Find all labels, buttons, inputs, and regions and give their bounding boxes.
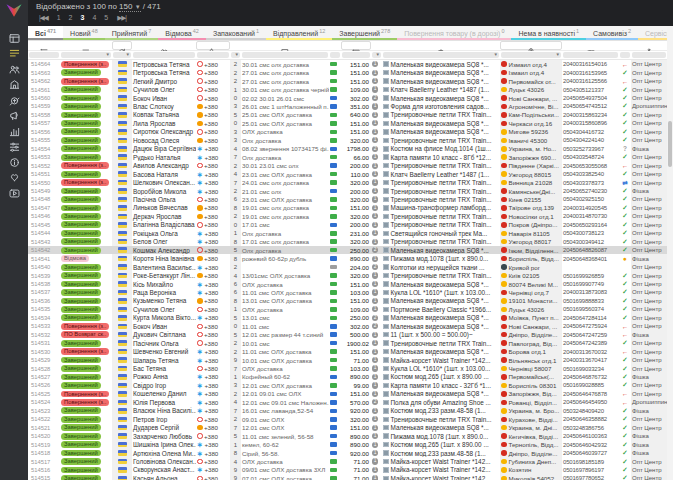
column-header-country[interactable]: [112, 41, 132, 50]
column-header-city[interactable]: [500, 41, 562, 50]
table-row[interactable]: 514553ЗавершенийРудько Наталья∗+3807Олх …: [28, 153, 673, 161]
table-row[interactable]: 514519ЗавершенийШишкіна Ірина Олек...∗+3…: [28, 440, 673, 448]
table-row[interactable]: 514549ЗавершенийВоробйов Микола∗+380221.…: [28, 187, 673, 195]
table-row[interactable]: 514522ЗавершенийПетров Ігор+380209.01 см…: [28, 415, 673, 423]
table-row[interactable]: 514560ЗавершенийБокоч Иван+380002.02 30.…: [28, 94, 673, 102]
table-row[interactable]: 514537ЗавершенийРаца Вероніка∗+380611.01…: [28, 288, 673, 296]
filter-amount[interactable]: [342, 52, 370, 58]
column-header-comment[interactable]: [241, 41, 329, 50]
table-row[interactable]: 514526ЗавершенийСвідро Ігор∗+380312.01 с…: [28, 381, 673, 389]
table-row[interactable]: 514561ЗавершенийСучилов Олег+380130.01 с…: [28, 85, 673, 93]
table-row[interactable]: 514557ЗавершенийЛила Ярослав+380025.01 с…: [28, 119, 673, 127]
sidebar-item-company[interactable]: [3, 78, 25, 94]
first-page-button[interactable]: |◀◀: [36, 12, 51, 23]
filter-ttn[interactable]: [563, 52, 618, 58]
table-row[interactable]: 514550Повернення (з..Шелкович Олексан...…: [28, 178, 673, 186]
table-row[interactable]: 514545ЗавершенийБлагінна Владіслава+3800…: [28, 221, 673, 229]
table-row[interactable]: 514563ЗавершенийПетровська Тетяна+380227…: [28, 68, 673, 76]
app-logo-icon[interactable]: [5, 3, 23, 22]
column-header-items[interactable]: [371, 41, 382, 50]
table-row[interactable]: 514540ЗавершенийВалентина Васильє...∗+38…: [28, 263, 673, 271]
page-button-5[interactable]: 5: [100, 14, 112, 21]
table-row[interactable]: 514556ЗавершенийСиротюк Олександр+3803ОЛ…: [28, 128, 673, 136]
page-button-4[interactable]: 4: [88, 14, 100, 21]
sidebar-item-tutorials[interactable]: [3, 186, 25, 202]
table-row[interactable]: 514538ЗавершенийКісь Михайло∗+3806ОЛХ до…: [28, 280, 673, 288]
per-page-dropdown[interactable]: 150 ▼: [119, 2, 141, 12]
table-row[interactable]: 514544ЗавершенийРокіцька Ольга∗+3801Олх …: [28, 229, 673, 237]
table-row[interactable]: 514548ЗавершенийПасічна Ольга+380623.01 …: [28, 195, 673, 203]
table-row[interactable]: 514534ЗавершенийКурта Микола Вікто...∗+3…: [28, 314, 673, 322]
table-row[interactable]: 514531ЗавершенийПасічник Ольга+380210.01…: [28, 339, 673, 347]
table-row[interactable]: 514562Повернення (з..Легкий Дмитро+38022…: [28, 77, 673, 85]
table-row[interactable]: 514529ЗавершенийШапарь Тетяна∗+380910.01…: [28, 356, 673, 364]
filter-comment[interactable]: [242, 52, 328, 58]
column-header-messages[interactable]: [230, 41, 241, 50]
table-row[interactable]: 514527ЗавершенийРожко Анна∗+3801Кофейный…: [28, 373, 673, 381]
table-row[interactable]: 514518ЗавершенийАртюхіна Олена Ми...∗+38…: [28, 449, 673, 457]
table-row[interactable]: 514523ЗавершенийВласюк Ніна Василі...∗+3…: [28, 407, 673, 415]
table-row[interactable]: 514528ЗавершенийБас Тетяна+3807ОЛХ доста…: [28, 364, 673, 372]
tab-Завершений[interactable]: Завершений278: [332, 26, 397, 40]
filter-customer[interactable]: [133, 52, 195, 58]
table-row[interactable]: 514533Повернення (з..Бокоч Иван+380011.0…: [28, 322, 673, 330]
column-header-customer[interactable]: [132, 41, 196, 50]
table-row[interactable]: 514552Повернення (з..Авилов Александр+38…: [28, 161, 673, 169]
page-button-3[interactable]: 3: [77, 14, 89, 21]
table-row[interactable]: 514546ЗавершенийДеркач Ярослав+380219.01…: [28, 212, 673, 220]
column-header-source[interactable]: [631, 41, 667, 50]
sidebar-item-dashboard[interactable]: [3, 31, 25, 47]
table-row[interactable]: 514539ЗавершенийРоке-Бетанкурт Лін...+38…: [28, 271, 673, 279]
tab-Новий[interactable]: Новий48: [63, 26, 105, 40]
vertical-scrollbar[interactable]: [667, 26, 673, 480]
table-row[interactable]: 514536ЗавершенийКузьменко Тетяна+380813.…: [28, 297, 673, 305]
table-row[interactable]: 514558ЗавершенийКовпак Татьяна+380525.01…: [28, 111, 673, 119]
column-header-amount[interactable]: [341, 41, 371, 50]
tab-Самовивіз[interactable]: Самовивіз2: [586, 26, 638, 40]
table-row[interactable]: 514515ЗавершенийКасьян Альона+380907.01 …: [28, 474, 673, 480]
sidebar-item-support[interactable]: [3, 171, 25, 187]
table-row[interactable]: 514559ЗавершенийВлас Слоткоу+380326.01 с…: [28, 102, 673, 110]
table-row[interactable]: 514554ЗавершенийДацюк Віра Сергіївна∗+38…: [28, 145, 673, 153]
tab-Запакований[interactable]: Запакований1: [206, 26, 266, 40]
column-header-status[interactable]: [60, 41, 112, 50]
sidebar-item-settings[interactable]: [3, 140, 25, 156]
last-page-button[interactable]: ▶▶|: [114, 12, 129, 23]
table-row[interactable]: 514542ЗавершенийКошмак Александр+3805Олх…: [28, 246, 673, 254]
filter-items[interactable]: ▼: [372, 52, 381, 58]
column-header-ttn[interactable]: [562, 41, 619, 50]
table-row[interactable]: 514555ЗавершенийНовосад Олеся+3803Олх до…: [28, 136, 673, 144]
column-header-product[interactable]: [382, 41, 500, 50]
table-row[interactable]: 514551ЗавершенийБасова Наталя∗+380423.01…: [28, 170, 673, 178]
sidebar-item-clients[interactable]: [3, 62, 25, 78]
sidebar-item-statistics[interactable]: [3, 124, 25, 140]
filter-phone[interactable]: [197, 52, 229, 58]
sidebar-item-orders[interactable]: [3, 47, 25, 63]
tab-Відправлений[interactable]: Відправлений12: [266, 26, 332, 40]
table-row[interactable]: 514532ПО Возврат ск..Дукович Світлана+38…: [28, 331, 673, 339]
tab-Відмова[interactable]: Відмова42: [158, 26, 206, 40]
table-row[interactable]: 514543ЗавершенийБелов Олег∗+380817.01 см…: [28, 238, 673, 246]
filter-source[interactable]: [632, 52, 666, 58]
tab-Повернення товару (в дорозі)[interactable]: Повернення товару (в дорозі)0: [397, 26, 511, 40]
table-row[interactable]: 514517ЗавершенийГоловінова Олексан...+38…: [28, 457, 673, 465]
filter-payment[interactable]: [330, 52, 340, 58]
page-button-1[interactable]: 1: [53, 14, 65, 21]
tab-Всі[interactable]: Всі471: [28, 26, 63, 40]
tab-Прийнятий[interactable]: Прийнятий7: [105, 26, 159, 40]
table-row[interactable]: 514521ЗавершенийДударев Сергій+380712.01…: [28, 423, 673, 431]
filter-country[interactable]: ▼: [113, 52, 131, 58]
filter-id[interactable]: [29, 52, 59, 58]
sidebar-item-info[interactable]: [3, 155, 25, 171]
table-row[interactable]: 514524Повернення (з..Юлія Первова∗+38041…: [28, 398, 673, 406]
filter-product[interactable]: ▼: [383, 52, 499, 58]
scrollbar-thumb[interactable]: [668, 121, 672, 166]
table-row[interactable]: 514520ЗавершенийЗахарченко Любовь+380511…: [28, 432, 673, 440]
column-header-id[interactable]: [28, 41, 60, 50]
filter-messages[interactable]: ▼: [231, 52, 240, 58]
filter-city[interactable]: ▼: [501, 52, 561, 58]
column-header-track[interactable]: [619, 41, 631, 50]
table-row[interactable]: 514564Повернення (з..Петровська Тетяна+3…: [28, 60, 673, 68]
table-row[interactable]: 514525Повернення (з..Кошеленко Данил∗+38…: [28, 390, 673, 398]
table-row[interactable]: 514535ЗавершенийСучилов Олег+3801ОЛХ дос…: [28, 305, 673, 313]
